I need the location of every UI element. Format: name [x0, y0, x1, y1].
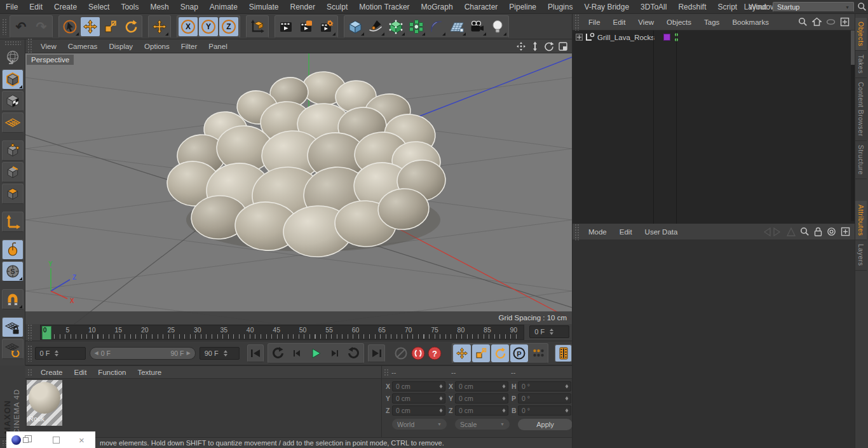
tab-takes[interactable]: Takes	[855, 51, 867, 78]
objects-menu-item[interactable]: Bookmarks	[726, 18, 775, 26]
objects-menu-item[interactable]: Edit	[607, 18, 632, 26]
viewport-menu-item[interactable]: Filter	[175, 43, 203, 50]
materials-menu-item[interactable]: Edit	[69, 369, 93, 376]
range-left-arrow-icon[interactable]: ◀	[95, 350, 98, 356]
axis-mode-button[interactable]	[2, 212, 24, 232]
viewport-menu-item[interactable]: View	[35, 43, 62, 50]
menu-item[interactable]: Plugins	[542, 3, 578, 11]
spinner-arrows-icon[interactable]	[503, 397, 506, 400]
menu-item[interactable]: Animate	[204, 3, 243, 11]
coord-input[interactable]: 0 °	[518, 405, 571, 416]
timeline-presets-button[interactable]	[555, 344, 572, 362]
workplane-lock-button[interactable]	[2, 317, 24, 337]
attributes-body[interactable]	[573, 240, 855, 448]
axis-lock-button[interactable]: X	[179, 17, 198, 36]
coord-input[interactable]: 0 cm	[392, 405, 445, 416]
edges-mode-button[interactable]	[2, 162, 24, 182]
menu-item[interactable]: Simulate	[243, 3, 285, 11]
menu-item[interactable]: Snap	[175, 3, 204, 11]
axis-lock-button[interactable]: Y	[199, 17, 218, 36]
layer-color-swatch[interactable]	[663, 34, 670, 41]
spinner-arrows-icon[interactable]	[440, 409, 443, 412]
coord-input[interactable]: 0 cm	[455, 393, 508, 404]
tweak-mode-button[interactable]	[2, 240, 24, 260]
app-icon[interactable]	[11, 435, 21, 445]
spinner-arrows-icon[interactable]	[566, 384, 569, 388]
coordinate-space-dropdown[interactable]: World ▼	[392, 419, 447, 430]
autokey-help-button[interactable]: ?	[426, 344, 444, 362]
coord-input[interactable]: 0 cm	[392, 393, 445, 404]
light-button[interactable]	[488, 17, 507, 36]
current-frame-spinner[interactable]: 0 F	[35, 347, 86, 360]
expand-toggle-icon[interactable]	[576, 34, 583, 41]
attributes-menu-item[interactable]: Edit	[613, 228, 639, 236]
sound-toggle-button[interactable]	[393, 344, 410, 362]
previous-frame-button[interactable]	[288, 344, 306, 362]
add-panel-icon[interactable]	[841, 227, 850, 236]
make-editable-button[interactable]	[2, 48, 24, 68]
axis-lock-button[interactable]: Z	[219, 17, 238, 36]
objects-menu-item[interactable]: File	[582, 18, 607, 26]
range-right-arrow-icon[interactable]: ▶	[186, 350, 190, 356]
mograph-cloner-button[interactable]	[407, 17, 426, 36]
end-frame-spinner[interactable]: 90 F	[200, 347, 240, 360]
rotate-view-icon[interactable]	[544, 41, 554, 51]
play-backwards-button[interactable]	[269, 344, 287, 362]
menu-item[interactable]: File	[0, 3, 24, 11]
tab-structure[interactable]: Structure	[855, 141, 867, 179]
coord-input[interactable]: 0 cm	[392, 381, 445, 391]
objects-menu-item[interactable]: Objects	[660, 18, 698, 26]
layout-select[interactable]: Startup ▼	[773, 2, 854, 12]
camera-button[interactable]	[468, 17, 487, 36]
viewport-grip[interactable]	[27, 38, 33, 55]
subdivision-surface-button[interactable]	[386, 17, 405, 36]
tab-content-browser[interactable]: Content Browser	[855, 78, 867, 141]
playback-grip[interactable]	[27, 345, 33, 362]
history-arrows-icon[interactable]	[763, 227, 782, 236]
menu-item[interactable]: Edit	[24, 3, 48, 11]
move-tool-button[interactable]	[81, 17, 100, 36]
snap-button[interactable]	[2, 289, 24, 309]
polygons-mode-button[interactable]	[2, 184, 24, 204]
tab-layers[interactable]: Layers	[855, 240, 867, 271]
goto-start-button[interactable]	[247, 344, 264, 362]
home-icon[interactable]	[812, 17, 822, 27]
workplane-rotate-button[interactable]	[2, 339, 24, 359]
key-position-button[interactable]	[453, 344, 471, 362]
materials-menu-item[interactable]: Function	[92, 369, 132, 376]
tab-attributes[interactable]: Attributes	[855, 201, 867, 240]
timeline-ruler[interactable]: 051015202530354045505560657075808590	[40, 325, 525, 340]
add-spline-button[interactable]	[366, 17, 385, 36]
attributes-menu-item[interactable]: Mode	[582, 228, 613, 236]
add-cube-button[interactable]	[346, 17, 365, 36]
toggle-view-icon[interactable]	[558, 41, 568, 51]
attributes-menu-item[interactable]: User Data	[639, 228, 684, 236]
menu-item[interactable]: Motion Tracker	[353, 3, 415, 11]
close-icon[interactable]: ×	[79, 435, 85, 445]
menu-item[interactable]: Sculpt	[321, 3, 353, 11]
rotate-tool-button[interactable]	[121, 17, 140, 36]
objects-grip[interactable]	[574, 14, 580, 31]
spinner-arrows-icon[interactable]	[440, 397, 443, 400]
redo-button[interactable]: ↷	[32, 17, 51, 36]
spinner-arrows-icon[interactable]	[55, 350, 58, 356]
key-point-level-button[interactable]	[529, 344, 547, 362]
last-used-tool-button[interactable]	[150, 17, 169, 36]
menu-item[interactable]: Render	[285, 3, 321, 11]
filter-eye-icon[interactable]	[826, 17, 836, 27]
play-button[interactable]	[307, 344, 325, 362]
floor-environment-button[interactable]	[447, 17, 466, 36]
add-panel-icon[interactable]	[840, 17, 850, 27]
menu-item[interactable]: Script	[712, 3, 743, 11]
spinner-arrows-icon[interactable]	[440, 384, 443, 388]
deformer-button[interactable]	[427, 17, 446, 36]
menu-item[interactable]: V-Ray Bridge	[578, 3, 635, 11]
menu-item[interactable]: MoGraph	[416, 3, 459, 11]
menu-item[interactable]: Create	[48, 3, 83, 11]
spinner-arrows-icon[interactable]	[566, 409, 569, 412]
menu-item[interactable]: Mesh	[144, 3, 174, 11]
rocks-object[interactable]	[165, 71, 447, 258]
render-settings-button[interactable]	[317, 17, 336, 36]
track-icon[interactable]	[827, 227, 836, 236]
objects-menu-item[interactable]: View	[632, 18, 660, 26]
